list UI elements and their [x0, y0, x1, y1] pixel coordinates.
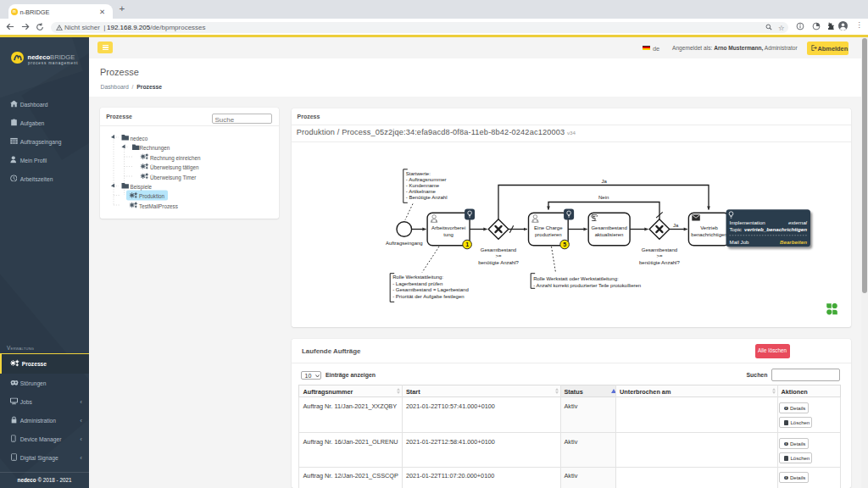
svg-text:- Gesamtbestand = Lagerbestand: - Gesamtbestand = Lagerbestand — [392, 287, 469, 292]
svg-text:TestMailProzess: TestMailProzess — [139, 202, 178, 208]
svg-text:Rolle Werkstattleitung:: Rolle Werkstattleitung: — [392, 274, 443, 280]
svg-text:Auftragseingang: Auftragseingang — [385, 241, 422, 246]
svg-text:Bearbeiten: Bearbeiten — [780, 239, 807, 245]
svg-text:Rechnungen: Rechnungen — [139, 145, 170, 152]
svg-text:benachrichtigen: benachrichtigen — [691, 232, 726, 237]
svg-text:- Kundenname: - Kundenname — [405, 183, 439, 188]
svg-text:aktualisieren: aktualisieren — [594, 232, 623, 237]
svg-text:- Lagerbestand prüfen: - Lagerbestand prüfen — [392, 281, 442, 286]
svg-text:Vertrieb: Vertrieb — [700, 225, 718, 230]
svg-text:benötigte Anzahl?: benötigte Anzahl? — [478, 260, 519, 265]
svg-text:nedeco: nedeco — [130, 135, 147, 141]
svg-text:Überweisung Timer: Überweisung Timer — [150, 174, 196, 180]
svg-text:- Artikelname: - Artikelname — [405, 189, 436, 194]
svg-text:Nein: Nein — [598, 195, 609, 200]
svg-text:Überweisung tätigen: Überweisung tätigen — [150, 164, 199, 171]
svg-text:- Auftragsnummer: - Auftragsnummer — [405, 177, 446, 182]
svg-text:- Anzahl korrekt produzierter: - Anzahl korrekt produzierter Teile prot… — [533, 283, 641, 288]
svg-text:Produktion: Produktion — [139, 193, 165, 199]
svg-text:1: 1 — [465, 241, 469, 247]
svg-text:Arbeitsvorberei: Arbeitsvorberei — [431, 225, 465, 230]
svg-text:Startwerte:: Startwerte: — [405, 171, 430, 176]
svg-text:Ja: Ja — [601, 179, 607, 184]
svg-text:Ja: Ja — [673, 223, 679, 228]
svg-text:- Priorität der Aufgabe festle: - Priorität der Aufgabe festlegen — [392, 294, 464, 299]
svg-text:5: 5 — [563, 241, 566, 247]
svg-text:Gesamtbestand: Gesamtbestand — [641, 247, 676, 252]
svg-text:Eine Charge: Eine Charge — [534, 225, 563, 230]
svg-text:Implementation: Implementation — [729, 219, 765, 225]
svg-text:>=: >= — [656, 253, 663, 258]
svg-text:vertrieb_benachrichtigen: vertrieb_benachrichtigen — [744, 226, 807, 232]
svg-text:external: external — [787, 219, 807, 225]
svg-text:Gesamtbestand: Gesamtbestand — [591, 225, 626, 230]
svg-text:Rechnung einreichen: Rechnung einreichen — [150, 154, 201, 161]
svg-text:tung: tung — [443, 232, 453, 237]
svg-text:benötigte Anzahl?: benötigte Anzahl? — [639, 260, 680, 265]
svg-text:Gesamtbestand: Gesamtbestand — [480, 247, 515, 252]
svg-text:>=: >= — [495, 253, 502, 258]
svg-text:Beispiele: Beispiele — [130, 183, 152, 190]
svg-text:Mail Job: Mail Job — [729, 239, 749, 245]
svg-text:Topic: Topic — [729, 226, 741, 232]
svg-text:produzieren: produzieren — [534, 232, 561, 237]
svg-text:- Benötigte Anzahl: - Benötigte Anzahl — [405, 195, 447, 200]
svg-text:Rolle Werkstatt oder Werkstatt: Rolle Werkstatt oder Werkstattleitung: — [533, 276, 619, 281]
